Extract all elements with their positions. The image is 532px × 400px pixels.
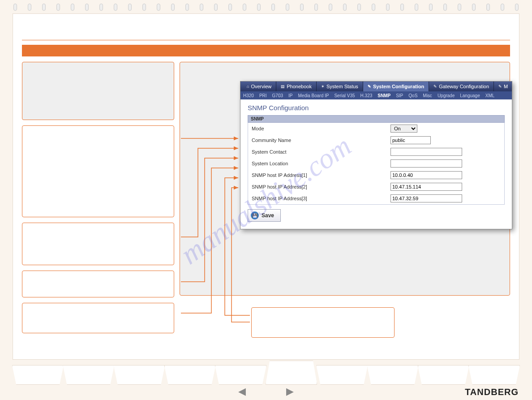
box-system-location <box>22 303 174 333</box>
box-mode <box>22 125 174 217</box>
subtab-sip[interactable]: SIP <box>396 93 403 98</box>
section-tab-active[interactable] <box>266 361 317 385</box>
tab-system-configuration[interactable]: ✎System Configuration <box>363 82 429 91</box>
host2-label: SNMP host IP Address[2] <box>252 184 390 189</box>
section-tabs <box>13 365 519 385</box>
wrench-icon: ✎ <box>368 84 371 89</box>
section-tab[interactable] <box>164 365 216 385</box>
section-tab[interactable] <box>215 365 266 385</box>
wrench-icon: ✎ <box>498 84 502 89</box>
brand-logo: TANDBERG <box>465 387 519 397</box>
subtab-h323[interactable]: H.323 <box>360 93 373 98</box>
box-community <box>22 223 174 265</box>
tab-label: System Status <box>326 84 358 89</box>
section-header: SNMP <box>248 115 505 123</box>
box-host-ip <box>251 307 395 338</box>
tab-more[interactable]: ✎M <box>494 82 512 91</box>
community-input[interactable] <box>390 136 431 144</box>
contact-input[interactable] <box>390 148 462 156</box>
subtab-qos[interactable]: QoS <box>408 93 417 98</box>
status-icon: ✶ <box>321 84 325 89</box>
book-icon: ▤ <box>281 84 285 89</box>
tab-label: Overview <box>251 84 271 89</box>
section-tab[interactable] <box>468 365 520 385</box>
prev-arrow-icon[interactable]: ◀ <box>238 386 246 397</box>
divider-line <box>22 40 510 40</box>
section-tab[interactable] <box>12 365 64 385</box>
host2-input[interactable] <box>390 183 462 191</box>
save-button[interactable]: 💾 Save <box>248 209 281 222</box>
tab-label: Gateway Configuration <box>439 84 489 89</box>
tab-phonebook[interactable]: ▤Phonebook <box>276 82 317 91</box>
host3-label: SNMP host IP Address[3] <box>252 196 390 201</box>
page-nav: ◀ ▶ <box>238 386 294 397</box>
section-tab[interactable] <box>63 365 114 385</box>
subtab-pri[interactable]: PRI <box>259 93 267 98</box>
home-icon: ⌂ <box>247 84 249 89</box>
subtab-upgrade[interactable]: Upgrade <box>438 93 455 98</box>
subtab-ip[interactable]: IP <box>288 93 292 98</box>
box-about-snmp <box>22 62 174 120</box>
tab-overview[interactable]: ⌂Overview <box>242 82 276 91</box>
page-frame: ⌂Overview ▤Phonebook ✶System Status ✎Sys… <box>13 13 519 360</box>
tab-gateway-configuration[interactable]: ✎Gateway Configuration <box>429 82 494 91</box>
subtab-h320[interactable]: H320 <box>243 93 254 98</box>
section-tab[interactable] <box>418 365 469 385</box>
tab-label: M <box>504 84 508 89</box>
wrench-icon: ✎ <box>433 84 437 89</box>
save-icon: 💾 <box>251 211 259 219</box>
subtab-serial-v35[interactable]: Serial V35 <box>334 93 355 98</box>
spiral-binding <box>13 4 519 13</box>
host1-input[interactable] <box>390 171 462 179</box>
save-button-label: Save <box>262 212 274 219</box>
subtab-xml[interactable]: XML <box>485 93 495 98</box>
location-label: System Location <box>252 161 390 166</box>
next-arrow-icon[interactable]: ▶ <box>286 386 294 397</box>
host1-label: SNMP host IP Address[1] <box>252 172 390 178</box>
main-tab-bar: ⌂Overview ▤Phonebook ✶System Status ✎Sys… <box>240 82 512 91</box>
section-tab[interactable] <box>113 365 165 385</box>
contact-label: System Contact <box>252 149 390 155</box>
config-title: SNMP Configuration <box>248 104 505 112</box>
embedded-screenshot: ⌂Overview ▤Phonebook ✶System Status ✎Sys… <box>240 81 512 229</box>
location-input[interactable] <box>390 159 462 168</box>
subtab-media-board-ip[interactable]: Media Board IP <box>298 93 329 98</box>
snmp-form: Mode On Community Name System Contact <box>248 123 505 205</box>
tab-label: Phonebook <box>287 84 312 89</box>
section-tab[interactable] <box>316 365 368 385</box>
mode-select[interactable]: On <box>390 125 417 133</box>
host3-input[interactable] <box>390 194 462 202</box>
subtab-misc[interactable]: Misc <box>423 93 432 98</box>
subtab-snmp[interactable]: SNMP <box>378 93 390 98</box>
community-label: Community Name <box>252 138 390 143</box>
section-tab[interactable] <box>367 365 418 385</box>
screenshot-panel: ⌂Overview ▤Phonebook ✶System Status ✎Sys… <box>180 62 510 296</box>
tab-system-status[interactable]: ✶System Status <box>317 82 363 91</box>
tab-label: System Configuration <box>373 84 424 89</box>
title-bar <box>22 45 510 56</box>
box-system-contact <box>22 271 174 297</box>
left-column <box>22 62 174 339</box>
subtab-language[interactable]: Language <box>460 93 480 98</box>
subtab-g703[interactable]: G703 <box>272 93 283 98</box>
sub-tab-bar: H320 PRI G703 IP Media Board IP Serial V… <box>240 91 512 99</box>
mode-label: Mode <box>252 126 390 131</box>
